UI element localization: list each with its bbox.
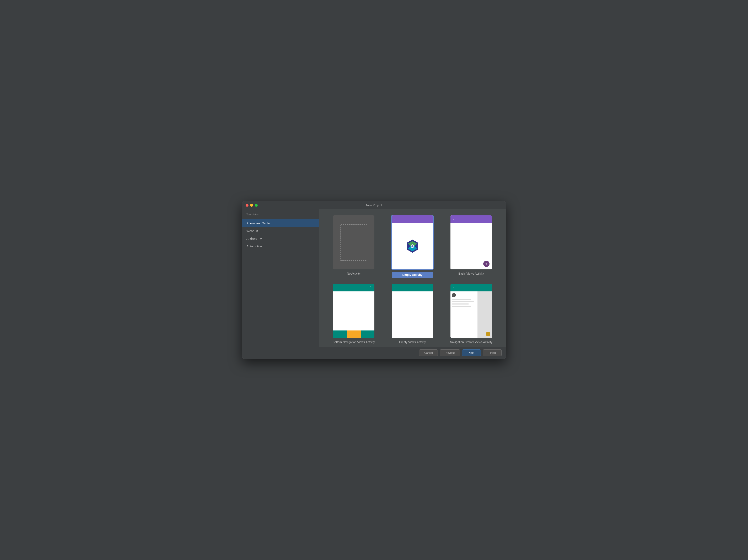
bottom-nav-preview: ← ⋮ — [333, 284, 374, 338]
basic-views-preview: ← ⋮ + — [450, 215, 492, 269]
drawer-line-3 — [452, 303, 469, 305]
back-arrow-icon: ← — [335, 286, 339, 290]
cancel-button[interactable]: Cancel — [419, 349, 438, 356]
basic-views-label: Basic Views Activity — [458, 272, 484, 275]
template-empty-activity[interactable]: ← — [386, 215, 439, 278]
empty-views-label: Empty Views Activity — [399, 340, 426, 344]
no-activity-dashed-box — [340, 224, 367, 261]
back-arrow-icon: ← — [452, 286, 456, 290]
nav-drawer-label: Navigation Drawer Views Activity — [450, 340, 492, 344]
android-logo — [405, 239, 420, 253]
sidebar-item-phone-tablet[interactable]: Phone and Tablet — [242, 219, 319, 227]
back-arrow-icon: ← — [394, 286, 397, 290]
sidebar-title: Templates — [242, 211, 319, 219]
back-arrow-icon: ← — [452, 217, 456, 221]
next-button[interactable]: Next — [462, 349, 481, 356]
window-title: New Project — [366, 203, 382, 207]
title-bar: New Project — [242, 201, 506, 209]
templates-grid: No Activity ← — [319, 209, 506, 347]
bottom-nav-tab-1 — [333, 331, 347, 338]
empty-activity-bar: ← — [392, 215, 433, 223]
basic-views-bar: ← ⋮ — [450, 215, 492, 223]
traffic-lights — [246, 204, 258, 207]
template-bottom-nav[interactable]: ← ⋮ Bottom Navigation Views Activity — [327, 284, 380, 344]
empty-activity-body — [392, 223, 433, 269]
template-no-activity[interactable]: No Activity — [327, 215, 380, 278]
sidebar-item-wear-os[interactable]: Wear OS — [242, 227, 319, 235]
footer: Cancel Previous Next Finish — [319, 347, 506, 359]
drawer-line-1 — [452, 299, 471, 300]
content-area: No Activity ← — [319, 209, 506, 359]
dots-menu-icon: ⋮ — [486, 217, 490, 221]
basic-views-phone-mock: ← ⋮ + — [450, 215, 492, 269]
dots-menu-icon: ⋮ — [369, 286, 372, 290]
bottom-nav-label: Bottom Navigation Views Activity — [333, 340, 375, 344]
empty-views-body — [392, 291, 433, 338]
template-nav-drawer[interactable]: ← ⋮ — [445, 284, 497, 344]
template-basic-views[interactable]: ← ⋮ + Basic Views Activity — [445, 215, 497, 278]
new-project-window: New Project Templates Phone and Tablet W… — [242, 201, 506, 359]
empty-activity-phone-mock: ← — [392, 215, 433, 269]
empty-views-bar: ← — [392, 284, 433, 291]
bottom-nav-body — [333, 291, 374, 331]
empty-views-phone-mock: ← — [392, 284, 433, 338]
no-activity-preview — [333, 215, 374, 269]
svg-point-3 — [412, 245, 414, 247]
sidebar-item-automotive[interactable]: Automotive — [242, 242, 319, 250]
basic-views-body: + — [450, 223, 492, 269]
nav-drawer-fab: + — [486, 332, 490, 336]
empty-activity-label: Empty Activity — [392, 272, 433, 278]
bottom-nav-footer — [333, 331, 374, 338]
drawer-line-4 — [452, 306, 471, 307]
no-activity-label: No Activity — [347, 272, 360, 275]
maximize-button[interactable] — [255, 204, 258, 207]
close-button[interactable] — [246, 204, 249, 207]
nav-drawer-bar: ← ⋮ — [450, 284, 492, 291]
nav-drawer-phone-mock: ← ⋮ — [450, 284, 492, 338]
basic-views-fab: + — [483, 261, 490, 267]
minimize-button[interactable] — [250, 204, 253, 207]
bottom-nav-tab-2 — [347, 331, 361, 338]
drawer-line-2 — [452, 301, 474, 302]
empty-views-preview: ← — [392, 284, 433, 338]
finish-button[interactable]: Finish — [483, 349, 501, 356]
bottom-nav-bar: ← ⋮ — [333, 284, 374, 291]
drawer-panel — [450, 291, 477, 338]
sidebar: Templates Phone and Tablet Wear OS Andro… — [242, 209, 319, 359]
dots-menu-icon: ⋮ — [486, 286, 490, 290]
main-content: Templates Phone and Tablet Wear OS Andro… — [242, 209, 506, 359]
previous-button[interactable]: Previous — [440, 349, 460, 356]
bottom-nav-phone-mock: ← ⋮ — [333, 284, 374, 338]
bottom-nav-tab-3 — [361, 331, 375, 338]
template-empty-views[interactable]: ← Empty Views Activity — [386, 284, 439, 344]
main-panel-overlay — [477, 291, 492, 338]
sidebar-item-android-tv[interactable]: Android TV — [242, 235, 319, 242]
empty-activity-preview: ← — [392, 215, 433, 269]
back-arrow-icon: ← — [394, 217, 397, 221]
nav-drawer-preview: ← ⋮ — [450, 284, 492, 338]
nav-drawer-body: + — [450, 291, 492, 338]
drawer-avatar — [452, 293, 456, 297]
